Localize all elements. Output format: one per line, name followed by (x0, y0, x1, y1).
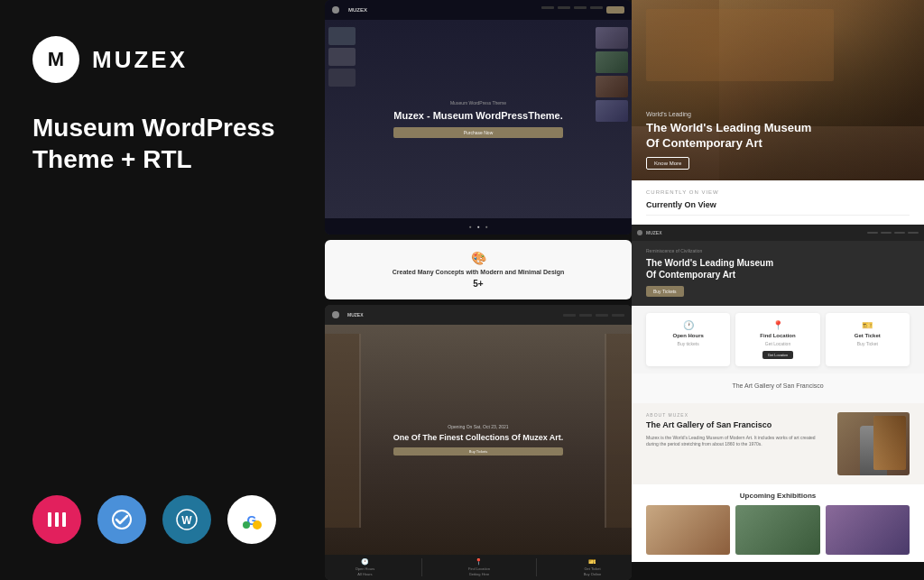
nav-dot-logo (332, 6, 339, 14)
msn-link-2 (881, 232, 892, 234)
upcoming-card-3 (826, 505, 910, 555)
about-desc: Muzex is the World's Leading Museum of M… (646, 435, 828, 448)
logo-letter: M (48, 48, 64, 71)
info-card-hours: 🕐 Open Hours Buy tickets (646, 313, 730, 366)
gallery-nav-link-3 (596, 314, 608, 317)
gallery-title-section: The Art Gallery of San Francisco (632, 373, 924, 403)
right-col: World's Leading The World's Leading Muse… (632, 0, 924, 580)
gallery-right-wall (605, 334, 632, 528)
gallery-left-wall (325, 334, 361, 528)
gallery-bottom-bar: 🕐 Open Hours All Hours 📍 Find Location G… (325, 555, 632, 580)
left-thumb-1 (328, 27, 356, 45)
gallery-hero-title: One Of The Finest Collections Of Muzex A… (393, 433, 564, 444)
location-sub: Get Location (765, 341, 790, 346)
hours-sub: Buy tickets (678, 341, 699, 346)
badge-google: G (227, 495, 276, 544)
gallery-text: Opening On Sat, Oct 23, 2021 One Of The … (393, 424, 564, 456)
currently-label: Currently On View (646, 189, 910, 195)
concept-icon: 🎨 (471, 251, 486, 265)
hero-text-group: Museum WordPress Theme Muzex - Museum Wo… (393, 100, 562, 138)
painting-detail (646, 9, 834, 81)
msn-link-3 (894, 232, 905, 234)
svg-rect-0 (48, 512, 51, 527)
upcoming-card-2 (735, 505, 819, 555)
info-card-ticket: 🎫 Get Ticket Buy Ticket (826, 313, 910, 366)
dot-1: ● (468, 224, 471, 229)
msn-link-1 (867, 232, 878, 234)
brand-name: MUZEX (92, 46, 188, 74)
preview-card-bottom: MUZEX Opening On Sat, Oct 23, 2021 One O… (325, 305, 632, 580)
gallery-section-title: The Art Gallery of San Francisco (646, 382, 910, 389)
about-title: The Art Gallery of San Francisco (646, 420, 828, 431)
gallery-bar-item-1: 🕐 Open Hours All Hours (356, 558, 375, 576)
info-cards-row: 🕐 Open Hours Buy tickets 📍 Find Location… (632, 306, 924, 373)
preview-hero-btn: Purchase Now (393, 127, 562, 138)
nav-cta-btn (606, 6, 624, 14)
painting-overlay (873, 416, 906, 470)
bar-divider-1 (421, 558, 422, 576)
msn-link-4 (908, 232, 919, 234)
bar-label-2: Find Location (468, 566, 490, 571)
bar-sub-3: Buy Online (584, 572, 602, 576)
nav-muzex-label: MUZEX (348, 7, 367, 13)
location-btn: Get Location (762, 351, 794, 359)
ticket-sub: Buy Ticket (857, 341, 878, 346)
bar-sub-1: All Hours (357, 572, 372, 576)
thumb-1 (596, 27, 628, 49)
brand-tagline: Museum WordPressTheme + RTL (32, 112, 292, 175)
museum-nav-links (867, 232, 919, 234)
preview-navbar: MUZEX (325, 0, 632, 20)
top-right-small-text: World's Leading (646, 111, 910, 117)
svg-point-7 (253, 520, 262, 529)
logo-circle: M (32, 36, 79, 83)
gallery-nav-label: MUZEX (347, 312, 364, 318)
about-image (837, 412, 910, 475)
museum-nav-label: MUZEX (646, 230, 662, 235)
logo-row: M MUZEX (32, 36, 292, 83)
nav-link-1 (541, 6, 554, 9)
logo-area: M MUZEX Museum WordPressTheme + RTL (32, 36, 292, 175)
about-section: About Muzex The Art Gallery of San Franc… (632, 403, 924, 484)
currently-section: Currently On View Currently On View (632, 180, 924, 225)
nav-links (541, 6, 624, 14)
badge-elementor (32, 495, 81, 544)
left-thumb-2 (328, 48, 356, 66)
museum-nav: MUZEX (632, 225, 924, 241)
top-right-section: World's Leading The World's Leading Muse… (632, 0, 924, 180)
thumb-3 (596, 76, 628, 97)
thumb-2 (596, 51, 628, 73)
gallery-bar-item-2: 📍 Find Location Getting Here (468, 558, 490, 576)
upcoming-card-1 (646, 505, 730, 555)
concept-count: 5+ (473, 279, 483, 289)
gallery-hero-label: Opening On Sat, Oct 23, 2021 (393, 424, 564, 429)
about-text: About Muzex The Art Gallery of San Franc… (646, 412, 828, 475)
bar-label-1: Open Hours (356, 566, 375, 571)
concept-text: Created Many Concepts with Modern and Mi… (393, 269, 565, 275)
center-preview: MUZEX Museum WordPress Theme (325, 0, 632, 580)
gallery-preview-navbar: MUZEX (325, 305, 632, 325)
location-icon: 📍 (475, 558, 483, 566)
divider-1 (646, 215, 910, 216)
museum-nav-logo (637, 230, 642, 235)
badge-wordpress: W (162, 495, 211, 544)
dot-3: ● (485, 224, 488, 229)
bar-label-3: Get Ticket (584, 566, 600, 571)
left-thumb-3 (328, 69, 356, 87)
svg-point-8 (243, 521, 250, 529)
preview-hero: Museum WordPress Theme Muzex - Museum Wo… (325, 20, 632, 218)
preview-card-top: MUZEX Museum WordPress Theme (325, 0, 632, 235)
svg-rect-2 (62, 512, 66, 527)
top-right-title: The World's Leading MuseumOf Contemporar… (646, 121, 910, 152)
badge-row: W G (32, 495, 292, 544)
gallery-nav-link-4 (612, 314, 624, 317)
preview-hero-title: Muzex - Museum WordPressTheme. (393, 109, 562, 122)
museum-dark-section: MUZEX Reminiscence of Civilization The W… (632, 225, 924, 306)
clock-icon: 🕐 (361, 558, 369, 566)
ticket-icon: 🎫 (588, 558, 596, 566)
concept-bar: 🎨 Created Many Concepts with Modern and … (325, 240, 632, 299)
hero-eyebrow: Museum WordPress Theme (393, 100, 562, 106)
badge-check (97, 495, 146, 544)
museum-title: The World's Leading MuseumOf Contemporar… (646, 257, 910, 281)
gallery-bar-item-3: 🎫 Get Ticket Buy Online (584, 558, 602, 576)
location-title: Find Location (760, 333, 795, 338)
